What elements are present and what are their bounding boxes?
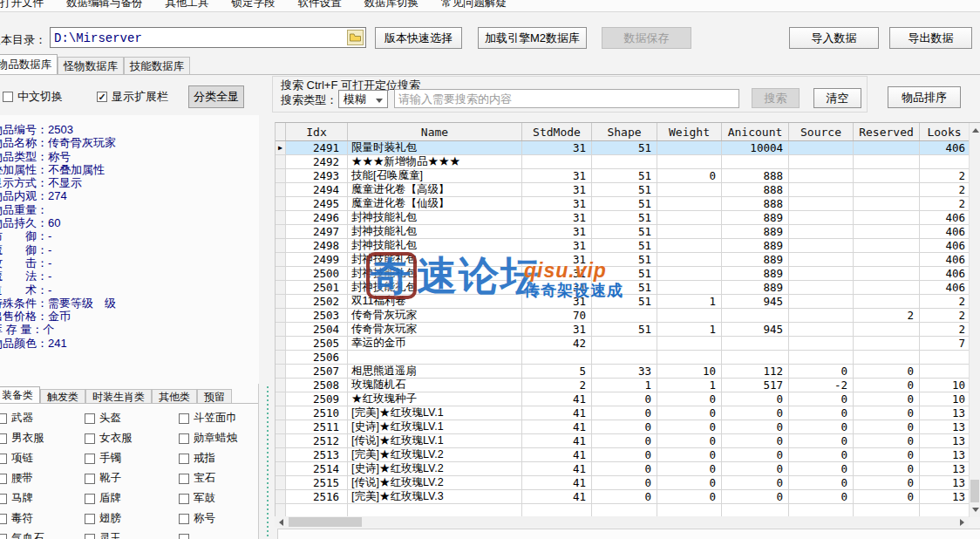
category-check-item[interactable]: 气血石 [0, 531, 85, 539]
category-check-item[interactable]: 翅膀 [85, 511, 179, 526]
table-row[interactable]: 2515 [传说]★红玫瑰LV.2 41 0 0 0 0 0 13 [276, 476, 970, 490]
import-data-button[interactable]: 导入数据 [789, 27, 879, 49]
category-check-item[interactable]: 宝石 [179, 471, 258, 486]
menu-item[interactable]: 其他工具 [154, 0, 221, 10]
category-check-item[interactable]: 头盔 [85, 411, 179, 426]
column-header-anicount[interactable]: Anicount [722, 123, 789, 140]
column-header-source[interactable]: Source [789, 123, 854, 140]
menu-item[interactable]: 常见问题解疑 [430, 0, 518, 10]
show-extended-checkbox[interactable]: ✓ 显示扩展栏 [97, 89, 168, 105]
version-quick-select-button[interactable]: 版本快速选择 [375, 27, 462, 49]
table-row[interactable]: 2512 [传说]★红玫瑰LV.1 41 0 0 0 0 0 13 [276, 434, 970, 448]
clear-button[interactable]: 清空 [813, 88, 861, 108]
cell-name: [传说]★红玫瑰LV.2 [348, 476, 522, 490]
checkbox-icon [179, 433, 189, 444]
category-check-item[interactable]: 毒符 [0, 511, 85, 526]
search-type-dropdown[interactable]: 模糊 [338, 90, 388, 108]
column-header-stdmode[interactable]: StdMode [522, 123, 592, 140]
category-check-item[interactable]: 戒指 [179, 451, 258, 466]
category-check-item[interactable]: 武器 [0, 411, 85, 426]
column-header-weight[interactable]: Weight [657, 123, 722, 140]
table-row[interactable]: 2496 封神技能礼包 31 51 889 406 [276, 211, 970, 225]
cell-looks: 406 [920, 225, 970, 239]
category-tab[interactable]: 触发类 [40, 389, 85, 404]
category-check-item[interactable]: 军鼓 [179, 491, 258, 506]
column-header-idx[interactable]: Idx [286, 123, 348, 140]
category-check-item[interactable]: 勋章蜡烛 [179, 431, 258, 446]
load-m2-db-button[interactable]: 加载引擎M2数据库 [478, 27, 587, 49]
column-header-reserved[interactable]: Reserved [854, 123, 920, 140]
scroll-left-icon[interactable] [279, 519, 283, 526]
category-tab[interactable]: 预留 [197, 389, 232, 404]
dir-path-input[interactable] [52, 29, 344, 48]
cell-reserved: 0 [854, 448, 920, 462]
table-row[interactable]: 2511 [史诗]★红玫瑰LV.1 41 0 0 0 0 0 13 [276, 420, 970, 434]
category-check-item[interactable]: 腰带 [0, 471, 85, 486]
category-check-item[interactable] [179, 534, 258, 539]
dir-path-field[interactable] [50, 27, 366, 48]
cell-weight [657, 183, 722, 197]
column-header-shape[interactable]: Shape [592, 123, 657, 140]
table-row[interactable]: 2516 [完美]★红玫瑰LV.3 41 0 0 0 0 0 13 [276, 490, 970, 504]
chinese-toggle-checkbox[interactable]: 中文切换 [3, 89, 63, 105]
category-check-item[interactable]: 手镯 [85, 451, 179, 466]
menu-item[interactable]: 数据库切换 [353, 0, 431, 10]
export-data-button[interactable]: 导出数据 [889, 27, 972, 49]
category-tab[interactable]: 其他类 [152, 389, 197, 404]
search-field[interactable] [394, 89, 739, 108]
database-tab[interactable]: 怪物数据库 [58, 57, 124, 75]
table-row[interactable]: 2506 [276, 351, 970, 365]
category-check-item[interactable]: 斗笠面巾 [179, 411, 258, 426]
table-row[interactable]: 2507 相思熊逍遥扇 5 33 10 112 0 0 [276, 365, 970, 379]
table-row[interactable]: 2499 封神技能礼包 31 51 889 406 [276, 253, 970, 267]
scroll-down-icon[interactable] [972, 508, 979, 512]
category-check-item[interactable]: 项链 [0, 451, 85, 466]
horizontal-scroll-thumb[interactable] [289, 517, 362, 527]
category-tab[interactable]: 时装生肖类 [85, 389, 152, 404]
database-tab[interactable]: 技能数据库 [124, 57, 190, 75]
category-check-item[interactable]: 灵玉 [85, 531, 179, 539]
browse-folder-button[interactable] [347, 30, 364, 45]
show-all-categories-button[interactable]: 分类全显 [188, 85, 244, 108]
table-row[interactable]: 2504 传奇骨灰玩家 31 51 1 945 2 [276, 323, 970, 337]
menu-item[interactable]: 软件设置 [287, 0, 353, 10]
table-row[interactable]: 2500 封神技能礼包 31 51 889 406 [276, 267, 970, 281]
database-tab[interactable]: 物品数据库 [0, 54, 58, 75]
menu-item[interactable]: 数据编辑与备份 [55, 0, 154, 10]
table-row[interactable]: 2492 ★★★新增物品★★★ [276, 155, 970, 169]
table-row[interactable]: ▶ 2491 限量时装礼包 31 51 10004 406 [276, 141, 970, 155]
table-row[interactable]: 2514 [史诗]★红玫瑰LV.2 41 0 0 0 0 0 13 [276, 462, 970, 476]
table-row[interactable]: 2503 传奇骨灰玩家 70 2 2 [276, 309, 970, 323]
table-row[interactable]: 2508 玫瑰随机石 2 1 1 517 -2 0 10 [276, 379, 970, 392]
column-header-name[interactable]: Name [348, 123, 522, 140]
scroll-up-icon[interactable] [972, 128, 979, 133]
table-row[interactable]: 2505 幸运的金币 42 7 [276, 337, 970, 351]
table-row[interactable]: 2494 魔童进化卷【高级】 31 51 888 2 [276, 183, 970, 197]
table-row[interactable]: 2513 [完美]★红玫瑰LV.2 41 0 0 0 0 0 13 [276, 448, 970, 462]
vertical-scrollbar[interactable] [969, 123, 980, 517]
category-check-item[interactable]: 盾牌 [85, 491, 179, 506]
category-check-item[interactable]: 称号 [179, 511, 258, 526]
table-row[interactable]: 2497 封神技能礼包 31 51 889 406 [276, 225, 970, 239]
table-row[interactable]: 2510 [完美]★红玫瑰LV.1 41 0 0 0 0 0 13 [276, 406, 970, 420]
table-row[interactable]: 2495 魔童进化卷【仙级】 31 51 888 2 [276, 197, 970, 211]
table-row[interactable]: 2502 双11福利卷 31 51 1 945 2 [276, 295, 970, 309]
table-row[interactable]: 2498 封神技能礼包 31 51 889 406 [276, 239, 970, 253]
menu-item[interactable]: 打开文件 [0, 0, 55, 10]
menu-item[interactable]: 锁定字段 [221, 0, 287, 10]
item-sort-button[interactable]: 物品排序 [888, 86, 961, 108]
table-row[interactable]: 2493 技能[召唤魔童] 31 51 0 888 2 [276, 169, 970, 183]
category-check-item[interactable]: 男衣服 [0, 431, 85, 446]
horizontal-scrollbar[interactable] [275, 516, 969, 528]
vertical-scroll-thumb[interactable] [970, 480, 979, 502]
category-check-item[interactable]: 靴子 [85, 471, 179, 486]
panel-splitter[interactable] [267, 386, 269, 539]
search-input[interactable] [395, 90, 738, 107]
column-header-looks[interactable]: Looks [920, 123, 970, 140]
category-tab[interactable]: 装备类 [0, 386, 40, 404]
scroll-right-icon[interactable] [960, 519, 964, 526]
table-row[interactable]: 2501 封神技能礼包 31 51 889 406 [276, 281, 970, 295]
category-check-item[interactable]: 马牌 [0, 491, 85, 506]
table-row[interactable]: 2509 ★红玫瑰种子 41 0 0 0 0 0 10 [276, 392, 970, 406]
category-check-item[interactable]: 女衣服 [85, 431, 179, 446]
